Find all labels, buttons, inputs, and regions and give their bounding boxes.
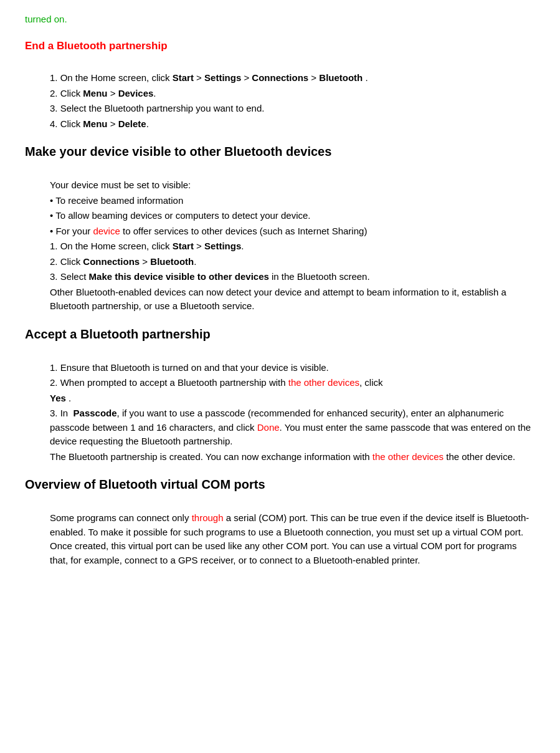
visible-intro: Your device must be set to visible:: [50, 178, 535, 193]
step1-end: 1. On the Home screen, click Start > Set…: [50, 71, 535, 85]
step2-end: 2. Click Menu > Devices.: [50, 87, 535, 101]
step4-end: 4. Click Menu > Delete.: [50, 117, 535, 132]
through-link[interactable]: through: [192, 512, 224, 523]
content-overview-com: Some programs can connect only through a…: [50, 511, 535, 567]
section-accept-partnership: Accept a Bluetooth partnership 1. Ensure…: [25, 325, 535, 464]
top-turned-on: turned on.: [25, 12, 535, 27]
visible-step2: 2. Click Connections > Bluetooth.: [50, 255, 535, 269]
content-make-visible: Your device must be set to visible: • To…: [50, 178, 535, 314]
com-description: Some programs can connect only through a…: [50, 511, 535, 567]
section-end-partnership: End a Bluetooth partnership 1. On the Ho…: [25, 38, 535, 132]
visible-step1: 1. On the Home screen, click Start > Set…: [50, 239, 535, 254]
heading-make-visible: Make your device visible to other Blueto…: [25, 142, 535, 161]
section-overview-com: Overview of Bluetooth virtual COM ports …: [25, 475, 535, 567]
accept-step3: 3. In Passcode, if you want to use a pas…: [50, 406, 535, 449]
visible-bullet3: • For your device to offer services to o…: [50, 224, 535, 239]
accept-step1: 1. Ensure that Bluetooth is turned on an…: [50, 361, 535, 375]
done-link[interactable]: Done: [257, 422, 280, 433]
accept-step2b: Yes .: [50, 391, 535, 406]
section-make-visible: Make your device visible to other Blueto…: [25, 142, 535, 314]
heading-end-partnership: End a Bluetooth partnership: [25, 38, 535, 54]
visible-step3: 3. Select Make this device visible to ot…: [50, 270, 535, 284]
accept-result: The Bluetooth partnership is created. Yo…: [50, 450, 535, 464]
other-devices-link2[interactable]: the other devices: [373, 451, 444, 462]
heading-accept-partnership: Accept a Bluetooth partnership: [25, 325, 535, 343]
device-link[interactable]: device: [93, 226, 120, 236]
accept-step2: 2. When prompted to accept a Bluetooth p…: [50, 376, 535, 390]
content-accept-partnership: 1. Ensure that Bluetooth is turned on an…: [50, 361, 535, 464]
step3-end: 3. Select the Bluetooth partnership you …: [50, 102, 535, 116]
visible-bullet1: • To receive beamed information: [50, 194, 535, 208]
visible-bullet2: • To allow beaming devices or computers …: [50, 209, 535, 223]
heading-overview-com: Overview of Bluetooth virtual COM ports: [25, 475, 535, 494]
steps-end-partnership: 1. On the Home screen, click Start > Set…: [50, 71, 535, 131]
visible-other: Other Bluetooth-enabled devices can now …: [50, 285, 535, 314]
other-devices-link1[interactable]: the other devices: [288, 377, 359, 388]
